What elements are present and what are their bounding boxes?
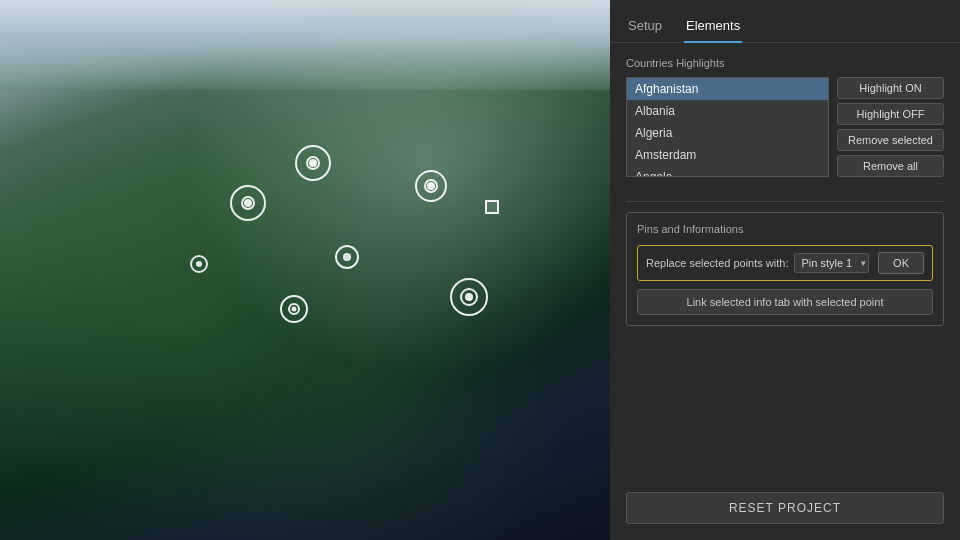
panel-content: Countries Highlights Afghanistan Albania… <box>610 43 960 482</box>
country-item-afghanistan[interactable]: Afghanistan <box>627 78 828 100</box>
countries-section: Afghanistan Albania Algeria Amsterdam An… <box>626 77 944 177</box>
link-info-tab-button[interactable]: Link selected info tab with selected poi… <box>637 289 933 315</box>
country-item-algeria[interactable]: Algeria <box>627 122 828 144</box>
section-divider <box>626 201 944 202</box>
reset-section: RESET PROJECT <box>610 482 960 540</box>
map-pin-8[interactable] <box>190 255 208 273</box>
country-item-angola[interactable]: Angola <box>627 166 828 177</box>
pins-section-label: Pins and Informations <box>637 223 933 235</box>
ok-button[interactable]: OK <box>878 252 924 274</box>
map-pin-3[interactable] <box>335 245 359 269</box>
countries-list[interactable]: Afghanistan Albania Algeria Amsterdam An… <box>626 77 829 177</box>
pins-section: Pins and Informations Replace selected p… <box>626 212 944 326</box>
map-pin-7[interactable] <box>280 295 308 323</box>
settings-panel: Setup Elements Countries Highlights Afgh… <box>610 0 960 540</box>
globe-viewport <box>0 0 610 540</box>
tab-setup[interactable]: Setup <box>626 12 664 43</box>
map-pin-1[interactable] <box>295 145 331 181</box>
country-item-amsterdam[interactable]: Amsterdam <box>627 144 828 166</box>
remove-selected-button[interactable]: Remove selected <box>837 129 944 151</box>
reset-project-button[interactable]: RESET PROJECT <box>626 492 944 524</box>
tab-bar: Setup Elements <box>610 0 960 43</box>
replace-label: Replace selected points with: <box>646 257 788 269</box>
remove-all-button[interactable]: Remove all <box>837 155 944 177</box>
tab-elements[interactable]: Elements <box>684 12 742 43</box>
highlight-off-button[interactable]: Highlight OFF <box>837 103 944 125</box>
country-item-albania[interactable]: Albania <box>627 100 828 122</box>
replace-row: Replace selected points with: Pin style … <box>637 245 933 281</box>
highlight-on-button[interactable]: Highlight ON <box>837 77 944 99</box>
map-pin-4[interactable] <box>415 170 447 202</box>
countries-buttons: Highlight ON Highlight OFF Remove select… <box>837 77 944 177</box>
map-pin-6[interactable] <box>450 278 488 316</box>
map-pin-2[interactable] <box>230 185 266 221</box>
countries-section-label: Countries Highlights <box>626 57 944 69</box>
pin-style-select-wrapper: Pin style 1 Pin style 2 Pin style 3 <box>794 253 872 273</box>
map-pin-5[interactable] <box>485 200 499 214</box>
pin-style-select[interactable]: Pin style 1 Pin style 2 Pin style 3 <box>794 253 869 273</box>
